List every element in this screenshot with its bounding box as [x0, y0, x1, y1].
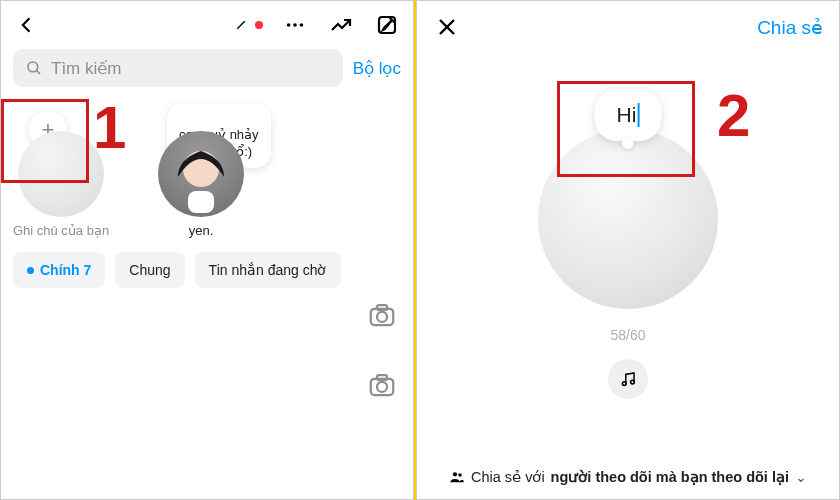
share-button[interactable]: Chia sẻ [757, 16, 823, 39]
svg-line-5 [36, 70, 40, 74]
unread-dot-small [27, 267, 34, 274]
search-icon [25, 59, 43, 77]
tab-general[interactable]: Chung [115, 252, 184, 288]
svg-point-4 [28, 62, 38, 72]
people-icon [449, 469, 465, 485]
add-music-button[interactable] [608, 359, 648, 399]
footer-prefix: Chia sẻ với [471, 469, 545, 485]
back-button[interactable] [13, 11, 41, 39]
your-avatar [18, 131, 104, 217]
chevron-down-icon: ⌄ [795, 469, 807, 485]
svg-point-2 [300, 23, 304, 27]
tab-requests-label: Tin nhắn đang chờ [209, 262, 327, 278]
friend-avatar [158, 131, 244, 217]
note-input-bubble[interactable]: Hi [595, 89, 662, 141]
camera-icon [367, 300, 397, 330]
footer-audience: người theo dõi mà bạn theo dõi lại [551, 469, 789, 485]
pen-dot-icon[interactable] [235, 11, 263, 39]
step-number-1: 1 [93, 93, 126, 162]
tab-requests[interactable]: Tin nhắn đang chờ [195, 252, 341, 288]
tab-primary-label: Chính 7 [40, 262, 91, 278]
step-number-2: 2 [717, 81, 750, 150]
your-note-label: Ghi chú của bạn [13, 223, 109, 238]
camera-icon [367, 370, 397, 400]
filter-link[interactable]: Bộ lọc [353, 58, 401, 79]
svg-rect-7 [188, 191, 214, 213]
svg-point-1 [293, 23, 297, 27]
svg-rect-13 [377, 375, 387, 380]
friend-note-item[interactable]: con quỷ nhảy bên cửa sổ:) yen. [131, 105, 271, 238]
audience-selector[interactable]: Chia sẻ với người theo dõi mà bạn theo d… [417, 469, 839, 485]
svg-point-9 [377, 312, 387, 322]
music-icon [619, 370, 637, 388]
tab-general-label: Chung [129, 262, 170, 278]
note-input-text: Hi [617, 103, 637, 127]
chat-row-2[interactable] [1, 342, 413, 412]
friend-name: yen. [189, 223, 214, 238]
svg-point-17 [631, 380, 635, 384]
chat-row-1[interactable] [1, 288, 413, 342]
svg-point-18 [453, 472, 457, 476]
char-count: 58/60 [610, 327, 645, 343]
trending-icon[interactable] [327, 11, 355, 39]
panel-divider [414, 0, 416, 500]
your-avatar-large [538, 129, 718, 309]
svg-point-12 [377, 382, 387, 392]
text-caret [637, 103, 639, 127]
svg-rect-10 [377, 305, 387, 310]
search-placeholder: Tìm kiếm [51, 58, 121, 79]
close-button[interactable] [433, 13, 461, 41]
more-icon[interactable] [281, 11, 309, 39]
search-input[interactable]: Tìm kiếm [13, 49, 343, 87]
svg-point-19 [458, 473, 461, 476]
tab-primary[interactable]: Chính 7 [13, 252, 105, 288]
svg-point-0 [287, 23, 291, 27]
unread-dot [255, 21, 263, 29]
compose-icon[interactable] [373, 11, 401, 39]
svg-point-16 [622, 382, 626, 386]
